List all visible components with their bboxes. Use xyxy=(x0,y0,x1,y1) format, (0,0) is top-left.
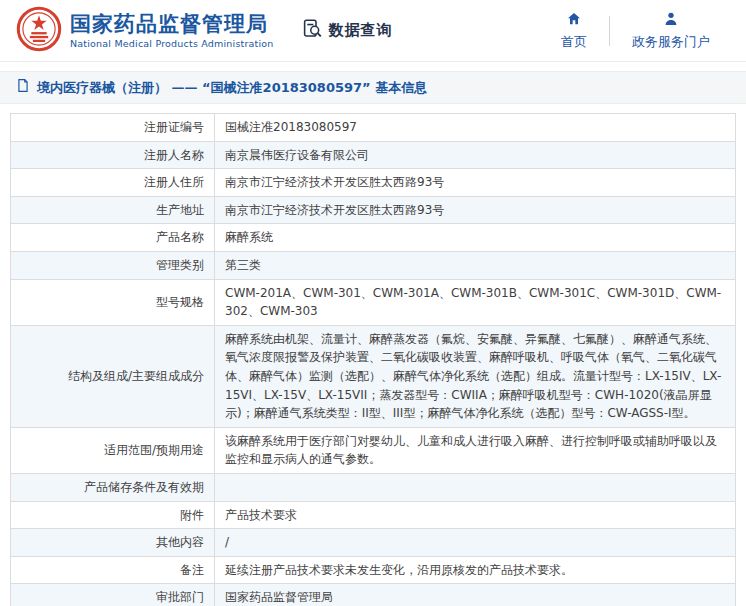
nav-portal-label: 政务服务门户 xyxy=(632,33,710,51)
row-value: 麻醉系统 xyxy=(215,224,736,252)
row-label: 备注 xyxy=(11,556,215,584)
brand: 国家药品监督管理局 National Medical Products Admi… xyxy=(16,6,274,56)
row-value: 国械注准20183080597 xyxy=(215,114,736,142)
home-icon xyxy=(566,11,582,30)
row-value: 南京晨伟医疗设备有限公司 xyxy=(215,141,736,169)
data-query-label: 数据查询 xyxy=(329,21,393,40)
table-row: 附件产品技术要求 xyxy=(11,501,736,529)
row-label: 型号规格 xyxy=(11,279,215,325)
page: 国家药品监督管理局 National Medical Products Admi… xyxy=(0,0,746,606)
row-label: 审批部门 xyxy=(11,584,215,606)
info-table: 注册证编号国械注准20183080597注册人名称南京晨伟医疗设备有限公司注册人… xyxy=(10,113,736,606)
org-name-cn: 国家药品监督管理局 xyxy=(70,12,274,36)
row-label: 注册人名称 xyxy=(11,141,215,169)
nav-home[interactable]: 首页 xyxy=(539,11,609,51)
row-value xyxy=(215,473,736,501)
table-row: 型号规格CWM-201A、CWM-301、CWM-301A、CWM-301B、C… xyxy=(11,279,736,325)
row-label: 其他内容 xyxy=(11,529,215,557)
row-label: 注册人住所 xyxy=(11,169,215,197)
table-row: 结构及组成/主要组成成分麻醉系统由机架、流量计、麻醉蒸发器（氟烷、安氟醚、异氟醚… xyxy=(11,325,736,427)
row-label: 注册证编号 xyxy=(11,114,215,142)
table-row: 产品名称麻醉系统 xyxy=(11,224,736,252)
row-value: 产品技术要求 xyxy=(215,501,736,529)
row-label: 附件 xyxy=(11,501,215,529)
table-row: 适用范围/预期用途该麻醉系统用于医疗部门对婴幼儿、儿童和成人进行吸入麻醉、进行控… xyxy=(11,427,736,473)
table-row: 审批部门国家药品监督管理局 xyxy=(11,584,736,606)
person-icon xyxy=(663,11,679,30)
table-row: 生产地址南京市江宁经济技术开发区胜太西路93号 xyxy=(11,196,736,224)
row-value: 延续注册产品技术要求未发生变化，沿用原核发的产品技术要求。 xyxy=(215,556,736,584)
nav-home-label: 首页 xyxy=(561,33,587,51)
table-row: 管理类别第三类 xyxy=(11,251,736,279)
document-icon xyxy=(16,78,30,97)
top-nav: 首页 政务服务门户 xyxy=(539,11,732,51)
table-row: 注册人住所南京市江宁经济技术开发区胜太西路93号 xyxy=(11,169,736,197)
table-row: 其他内容/ xyxy=(11,529,736,557)
row-value: 该麻醉系统用于医疗部门对婴幼儿、儿童和成人进行吸入麻醉、进行控制呼吸或辅助呼吸以… xyxy=(215,427,736,473)
table-row: 注册证编号国械注准20183080597 xyxy=(11,114,736,142)
header: 国家药品监督管理局 National Medical Products Admi… xyxy=(0,0,746,62)
document-search-icon xyxy=(302,18,323,43)
nmpa-emblem-logo xyxy=(16,6,62,56)
row-label: 产品储存条件及有效期 xyxy=(11,473,215,501)
row-value: CWM-201A、CWM-301、CWM-301A、CWM-301B、CWM-3… xyxy=(215,279,736,325)
brand-text: 国家药品监督管理局 National Medical Products Admi… xyxy=(70,12,274,49)
breadcrumb: 境内医疗器械（注册） —— “国械注准20183080597” 基本信息 xyxy=(0,71,746,104)
row-value: 麻醉系统由机架、流量计、麻醉蒸发器（氟烷、安氟醚、异氟醚、七氟醚）、麻醉通气系统… xyxy=(215,325,736,427)
row-value: / xyxy=(215,529,736,557)
row-label: 适用范围/预期用途 xyxy=(11,427,215,473)
breadcrumb-text: 境内医疗器械（注册） —— “国械注准20183080597” 基本信息 xyxy=(37,79,427,97)
data-query[interactable]: 数据查询 xyxy=(302,18,393,43)
main-content: 注册证编号国械注准20183080597注册人名称南京晨伟医疗设备有限公司注册人… xyxy=(0,104,746,606)
table-row: 产品储存条件及有效期 xyxy=(11,473,736,501)
row-value: 南京市江宁经济技术开发区胜太西路93号 xyxy=(215,196,736,224)
row-label: 产品名称 xyxy=(11,224,215,252)
org-name-en: National Medical Products Administration xyxy=(70,38,274,49)
row-value: 国家药品监督管理局 xyxy=(215,584,736,606)
nav-portal[interactable]: 政务服务门户 xyxy=(610,11,732,51)
row-label: 管理类别 xyxy=(11,251,215,279)
row-label: 生产地址 xyxy=(11,196,215,224)
table-row: 备注延续注册产品技术要求未发生变化，沿用原核发的产品技术要求。 xyxy=(11,556,736,584)
row-label: 结构及组成/主要组成成分 xyxy=(11,325,215,427)
table-row: 注册人名称南京晨伟医疗设备有限公司 xyxy=(11,141,736,169)
row-value: 第三类 xyxy=(215,251,736,279)
row-value: 南京市江宁经济技术开发区胜太西路93号 xyxy=(215,169,736,197)
